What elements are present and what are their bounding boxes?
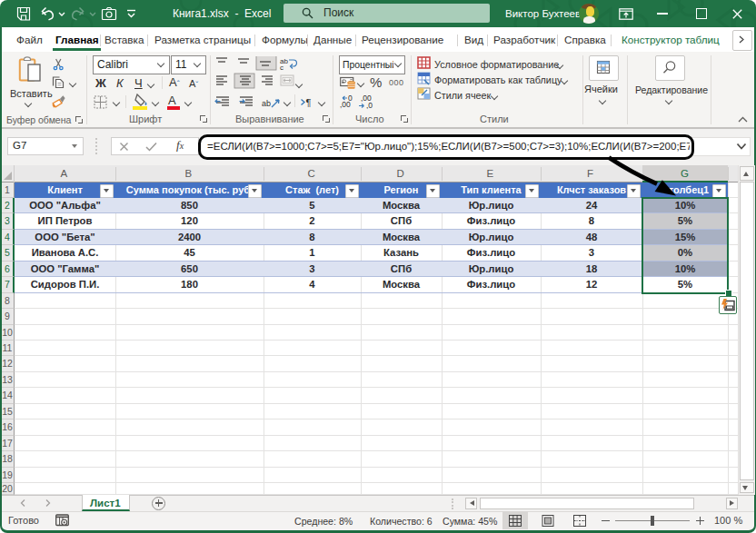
svg-text:,0: ,0 [366,101,373,109]
svg-text:c: c [280,64,284,72]
svg-text:ab: ab [262,99,271,108]
svg-text:¶: ¶ [306,97,312,108]
svg-text:0: 0 [348,95,353,103]
